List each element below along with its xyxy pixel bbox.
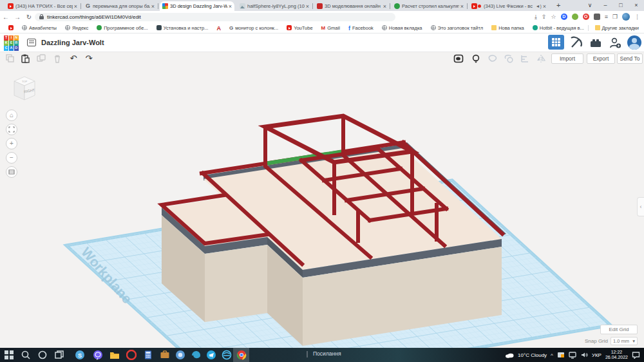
bookmark-item[interactable]: Gмонитор с колонк...: [229, 25, 278, 31]
internet-explorer-icon[interactable]: [222, 350, 232, 360]
task-view-icon[interactable]: [54, 350, 64, 360]
browser-tab-6[interactable]: Расчет стропил калькулятор, р ×: [392, 1, 466, 11]
minecraft-pickaxe-icon[interactable]: [569, 35, 583, 50]
send-to-button[interactable]: Send To: [617, 53, 643, 64]
bookmark-item[interactable]: A: [216, 25, 221, 30]
bookmark-item[interactable]: Это заголовок тайтл: [431, 25, 484, 31]
zoom-in-button[interactable]: +: [6, 138, 17, 149]
cortana-icon[interactable]: [37, 350, 48, 360]
reload-button[interactable]: ↻: [23, 14, 35, 21]
mail-app-icon[interactable]: [160, 350, 170, 360]
user-avatar[interactable]: [627, 35, 641, 50]
import-button[interactable]: Import: [551, 53, 583, 64]
edge-icon[interactable]: [191, 350, 201, 360]
snap-grid-select[interactable]: 1.0 mm▾: [611, 337, 638, 345]
lock-icon[interactable]: [39, 14, 44, 19]
design-title[interactable]: Dazzling Jarv-Wolt: [41, 39, 104, 46]
clock[interactable]: 12:22 26.04.2022: [605, 350, 628, 360]
chrome-menu-icon[interactable]: ⋮: [634, 14, 640, 20]
undo-button[interactable]: ↶: [68, 53, 79, 64]
browser-tab-active[interactable]: 3D design Dazzling Jarv-Wolt | T ×: [160, 1, 234, 11]
browser-tab-5[interactable]: 3D моделювання онлайн ×: [314, 1, 389, 11]
view-cube[interactable]: TOP RIGHT: [9, 73, 40, 104]
bookmark-item[interactable]: Новая вкладка: [382, 25, 422, 31]
collaborate-person-icon[interactable]: [608, 35, 622, 50]
ungroup-icon[interactable]: [504, 53, 514, 64]
tab-close-icon[interactable]: ×: [543, 3, 546, 10]
tray-chevron-icon[interactable]: ^: [551, 352, 553, 358]
viber-icon[interactable]: [93, 350, 103, 360]
language-indicator[interactable]: УКР: [592, 352, 601, 358]
side-panel-icon[interactable]: ❐: [612, 14, 618, 20]
delete-icon[interactable]: [52, 53, 62, 64]
extensions-puzzle-icon[interactable]: [594, 14, 600, 20]
action-center-icon[interactable]: [632, 351, 640, 359]
other-bookmarks[interactable]: Другие закладки: [588, 25, 639, 31]
telegram-icon[interactable]: [206, 350, 216, 360]
copy-icon[interactable]: [5, 53, 15, 64]
bookmark-item[interactable]: YouTube: [287, 25, 312, 31]
links-toolbar-label[interactable]: Посилання: [313, 350, 341, 357]
skype-business-icon[interactable]: [175, 350, 185, 360]
maximize-button[interactable]: □: [613, 0, 629, 10]
profile-avatar[interactable]: [622, 13, 630, 21]
file-explorer-icon[interactable]: [109, 350, 120, 360]
home-view-button[interactable]: ⌂: [6, 110, 17, 121]
redo-button[interactable]: ↷: [84, 53, 94, 64]
bookmark-item[interactable]: fFacebook: [348, 25, 374, 31]
bookmark-item[interactable]: Hotbit - ведущая в...: [533, 25, 584, 31]
bookmark-item[interactable]: [8, 25, 14, 30]
weather-text[interactable]: 10°C Cloudy: [518, 352, 547, 358]
export-button[interactable]: Export: [587, 53, 615, 64]
bookmark-item[interactable]: Установка и настр...: [156, 25, 209, 31]
new-tab-button[interactable]: +: [556, 1, 560, 9]
share-icon[interactable]: ⇪: [542, 14, 547, 20]
tab-close-icon[interactable]: ×: [229, 3, 232, 10]
browser-tab-7[interactable]: (343) Live Фіксики - вс ◄) ×: [469, 1, 549, 11]
edit-grid-button[interactable]: Edit Grid: [600, 325, 638, 334]
brick-icon[interactable]: [589, 36, 603, 49]
opera-icon[interactable]: [126, 350, 137, 360]
show-all-lightbulb-icon[interactable]: [471, 53, 481, 64]
url-input[interactable]: tinkercad.com/things/a6EWI1DM0Vd/edit: [35, 13, 395, 21]
zoom-out-button[interactable]: −: [6, 152, 17, 164]
network-tray-icon[interactable]: [569, 351, 576, 359]
browser-tab-1[interactable]: (343) НА ТРОИХ - Все серии п ×: [5, 1, 80, 11]
bookmark-item[interactable]: MGmail: [321, 25, 340, 31]
start-button[interactable]: [4, 350, 14, 360]
save-page-icon[interactable]: ⤓: [535, 14, 537, 21]
volume-tray-icon[interactable]: [580, 351, 588, 359]
perspective-toggle-button[interactable]: [6, 166, 17, 178]
tinkercad-logo[interactable]: TINKERCAD: [4, 35, 19, 50]
onedrive-tray-icon[interactable]: [557, 351, 565, 359]
fit-view-button[interactable]: [6, 124, 17, 135]
reading-list-icon[interactable]: ≡: [605, 14, 608, 20]
blocks-editor-button[interactable]: [548, 35, 564, 50]
shapes-panel-toggle[interactable]: ‹: [637, 197, 644, 216]
hide-selected-icon[interactable]: [453, 53, 464, 64]
scene-svg[interactable]: Workplane: [0, 65, 644, 348]
bookmark-item[interactable]: Яндекс: [65, 25, 88, 31]
bookmark-item[interactable]: Авиабилеты: [22, 25, 57, 31]
3d-viewport[interactable]: Workplane: [0, 65, 644, 348]
android-extension-icon[interactable]: [572, 14, 578, 20]
align-icon[interactable]: [520, 53, 530, 64]
opera-extension-icon[interactable]: O: [583, 14, 589, 20]
skype-icon[interactable]: S: [75, 350, 85, 360]
tab-close-icon[interactable]: ×: [151, 3, 155, 10]
bookmark-item[interactable]: Программное обе...: [97, 25, 148, 31]
tab-close-icon[interactable]: ×: [306, 3, 309, 10]
browser-tab-2[interactable]: G перемычка для опоры балки к ×: [82, 1, 157, 11]
browser-tab-4[interactable]: halfSphere-iy8YyL.png (100×10 ×: [237, 1, 312, 11]
tab-audio-icon[interactable]: ◄): [535, 4, 541, 8]
back-button[interactable]: ←: [0, 14, 12, 21]
extension-d-icon[interactable]: D: [561, 14, 567, 20]
bookmark-item[interactable]: Нова папка: [491, 25, 524, 31]
paste-icon[interactable]: [20, 53, 30, 64]
group-icon[interactable]: [488, 53, 498, 64]
close-button[interactable]: ×: [629, 0, 644, 10]
tab-close-icon[interactable]: ×: [383, 3, 386, 10]
duplicate-icon[interactable]: [36, 53, 46, 64]
tab-search-icon[interactable]: ∨: [582, 0, 598, 10]
forward-button[interactable]: →: [12, 14, 23, 21]
